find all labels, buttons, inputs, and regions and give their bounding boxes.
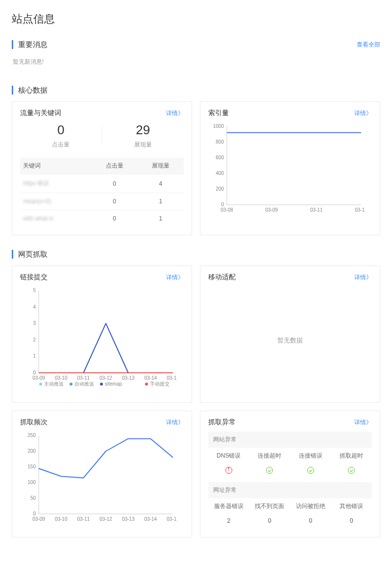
ex-val: 0: [290, 514, 331, 529]
svg-text:03-09: 03-09: [266, 207, 278, 213]
kpi-impressions-label: 展现量: [102, 141, 184, 149]
card-title-freq: 抓取频次: [20, 418, 48, 427]
svg-text:03-09: 03-09: [32, 375, 45, 381]
section-important: 重要消息 查看全部 暂无新消息!: [12, 40, 380, 71]
svg-text:400: 400: [216, 170, 224, 176]
kw-cell: 1: [138, 210, 184, 227]
important-empty: 暂无新消息!: [12, 56, 380, 71]
ok-icon: [307, 467, 314, 474]
svg-text:0: 0: [33, 370, 36, 375]
card-exception: 抓取异常 详情》 网站异常 DNS错误 连接超时 连接错误 抓取超时 网址异常 …: [200, 411, 380, 537]
keyword-table: 关键词 点击量 展现量 https 错误 0 4 mean(v=0) 0 1: [20, 158, 184, 227]
link-submit-detail[interactable]: 详情》: [166, 273, 184, 282]
ex-head: 服务器错误: [208, 498, 249, 514]
kw-cell: 0: [91, 210, 137, 227]
svg-text:800: 800: [216, 139, 224, 145]
svg-text:1000: 1000: [213, 123, 224, 129]
table-row: mean(v=0) 0 1: [20, 193, 184, 210]
kw-th-imps: 展现量: [138, 158, 184, 174]
link-index-detail[interactable]: 详情》: [354, 109, 372, 118]
kw-th-clicks: 点击量: [91, 158, 137, 174]
svg-text:03-11: 03-11: [310, 207, 323, 213]
kw-th-keyword: 关键词: [20, 158, 91, 174]
ok-icon: [348, 467, 355, 474]
ex-status: [331, 464, 372, 480]
link-freq-detail[interactable]: 详情》: [166, 418, 184, 427]
ex-head: 连接超时: [249, 448, 291, 464]
svg-text:03-15: 03-15: [167, 516, 177, 522]
svg-text:主动推送: 主动推送: [44, 381, 64, 387]
ex-head: 连接错误: [290, 448, 331, 464]
svg-text:600: 600: [216, 155, 224, 160]
card-mobile: 移动适配 详情》 暂无数据: [200, 266, 380, 403]
svg-text:自动推送: 自动推送: [74, 381, 94, 387]
svg-text:03-11: 03-11: [77, 375, 90, 381]
svg-text:03-12: 03-12: [355, 207, 365, 213]
card-traffic: 流量与关键词 详情》 0 点击量 29 展现量 关键词 点击量 展现量: [12, 101, 192, 235]
svg-text:sitemap: sitemap: [105, 381, 122, 387]
link-view-all[interactable]: 查看全部: [357, 41, 380, 49]
link-exception-detail[interactable]: 详情》: [354, 418, 372, 427]
svg-text:03-09: 03-09: [32, 516, 45, 522]
kw-cell: with what is: [20, 210, 91, 227]
svg-text:0: 0: [221, 202, 224, 207]
svg-text:03-12: 03-12: [99, 516, 112, 522]
ex-head: 找不到页面: [249, 498, 291, 514]
ex-head: 访问被拒绝: [290, 498, 331, 514]
kw-cell: 0: [91, 193, 137, 210]
svg-text:03-12: 03-12: [99, 375, 112, 381]
card-title-submit: 链接提交: [20, 273, 48, 282]
table-row: https 错误 0 4: [20, 174, 184, 193]
card-freq: 抓取频次 详情》 05010015020025003-0903-1003-110…: [12, 411, 192, 537]
section-crawl: 网页抓取 链接提交 详情》 01234503-0903-1003-1103-12…: [12, 250, 380, 537]
chart-freq: 05010015020025003-0903-1003-1103-1203-13…: [20, 432, 177, 525]
ex-head: 抓取超时: [331, 448, 372, 464]
kpi-clicks: 0 点击量: [20, 122, 102, 149]
table-row: with what is 0 1: [20, 210, 184, 227]
ex-status: [290, 464, 331, 480]
svg-point-33: [145, 383, 148, 386]
svg-text:4: 4: [33, 304, 36, 310]
ex-group-site: 网站异常: [208, 432, 372, 448]
link-traffic-detail[interactable]: 详情》: [166, 109, 184, 118]
svg-text:200: 200: [216, 186, 224, 192]
svg-point-29: [70, 383, 73, 386]
kw-cell: 0: [91, 174, 137, 193]
svg-text:03-14: 03-14: [145, 375, 157, 381]
card-title-index: 索引量: [208, 109, 229, 118]
svg-text:2: 2: [33, 337, 36, 342]
svg-text:0: 0: [33, 511, 36, 516]
card-title-mobile: 移动适配: [208, 273, 236, 282]
ex-group-url: 网址异常: [208, 482, 372, 498]
link-mobile-detail[interactable]: 详情》: [354, 273, 372, 282]
svg-point-27: [39, 383, 42, 386]
svg-text:03-14: 03-14: [145, 516, 157, 522]
section-core: 核心数据 流量与关键词 详情》 0 点击量 29 展现量: [12, 86, 380, 235]
svg-text:手动提交: 手动提交: [150, 381, 170, 387]
section-title-crawl: 网页抓取: [12, 250, 48, 259]
ex-head: 其他错误: [331, 498, 372, 514]
svg-text:150: 150: [27, 464, 36, 469]
ex-val: 0: [331, 514, 372, 529]
error-icon: [225, 467, 232, 474]
mobile-empty: 暂无数据: [208, 287, 372, 394]
kpi-impressions-value: 29: [102, 122, 184, 138]
kpi-clicks-label: 点击量: [20, 141, 102, 149]
svg-text:03-15: 03-15: [167, 375, 177, 381]
card-title-traffic: 流量与关键词: [20, 109, 61, 118]
ex-val: 0: [249, 514, 291, 529]
svg-text:03-11: 03-11: [77, 516, 90, 522]
page-title: 站点信息: [12, 12, 380, 26]
svg-text:03-13: 03-13: [122, 375, 135, 381]
svg-text:03-08: 03-08: [220, 207, 233, 213]
svg-text:3: 3: [33, 320, 36, 326]
chart-submit: 01234503-0903-1003-1103-1203-1303-1403-1…: [20, 287, 177, 389]
kw-cell: mean(v=0): [20, 193, 91, 210]
svg-text:1: 1: [33, 353, 36, 359]
svg-text:03-10: 03-10: [55, 375, 68, 381]
svg-text:50: 50: [30, 495, 36, 501]
ok-icon: [266, 467, 273, 474]
ex-status: [208, 464, 249, 480]
svg-text:250: 250: [27, 433, 36, 438]
ex-head: DNS错误: [208, 448, 249, 464]
